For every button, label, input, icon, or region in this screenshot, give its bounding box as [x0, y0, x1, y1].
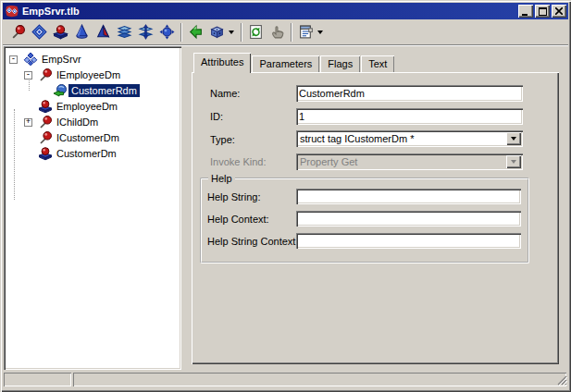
invoke-kind-label: Invoke Kind: [210, 156, 267, 167]
view-notes-icon[interactable] [295, 22, 317, 43]
name-input[interactable] [296, 85, 523, 102]
minimize-button[interactable] [518, 5, 533, 18]
tab-strip: AttributesParametersFlagsText [193, 53, 395, 73]
tree-item-customerrdm[interactable]: CustomerRdm [68, 84, 140, 97]
status-bar [3, 371, 568, 387]
id-label: ID: [210, 111, 223, 122]
tree-collapse-icon[interactable]: - [9, 55, 18, 64]
cube-icon[interactable] [206, 22, 228, 43]
module-layers-icon[interactable] [114, 22, 135, 43]
library-diamonds-icon [23, 52, 38, 67]
enum-cone-icon[interactable] [71, 22, 93, 43]
help-group-title: Help [208, 173, 235, 184]
tree-item-employeedm[interactable]: EmployeeDm [54, 100, 120, 113]
refresh-icon[interactable] [245, 22, 267, 43]
tree-expand-icon[interactable]: + [24, 118, 32, 127]
help-context-label: Help Context: [207, 214, 269, 225]
tree-item-icustomerdm[interactable]: ICustomerDm [54, 131, 122, 144]
tlb-app-icon [5, 4, 19, 18]
close-button[interactable] [552, 5, 566, 18]
tree-item-iemployeedm[interactable]: IEmployeeDm [54, 68, 123, 81]
help-string-input[interactable] [296, 189, 521, 204]
property-get-icon [53, 83, 68, 98]
chevron-down-icon [511, 160, 516, 164]
coclass-ball-icon[interactable] [50, 22, 71, 43]
app-window: EmpSrvr.tlb -EmpSrvr-IEmployeeDmCustomer… [0, 0, 571, 392]
type-combobox-value: struct tag ICustomerDm * [296, 133, 506, 144]
window-title: EmpSrvr.tlb [22, 6, 516, 17]
toolbar-separator [241, 23, 242, 42]
chevron-down-icon[interactable] [317, 31, 323, 34]
maximize-button[interactable] [535, 5, 550, 18]
interface-pin-icon [38, 115, 53, 129]
invoke-kind-combobox: Property Get [296, 153, 523, 170]
interface-pin-icon [38, 67, 53, 82]
tree-item-empsrvr[interactable]: EmpSrvr [39, 53, 84, 66]
hand-icon [267, 22, 288, 43]
interface-pin-icon[interactable] [7, 22, 29, 43]
status-panel-right [73, 373, 566, 386]
diamond-icon[interactable] [29, 22, 50, 43]
chevron-down-icon[interactable] [229, 31, 234, 34]
coclass-ball-icon [38, 99, 53, 114]
tree-item-ichilddm[interactable]: IChildDm [54, 116, 101, 129]
help-string-context-label: Help String Context: [207, 236, 298, 247]
tab-attributes[interactable]: Attributes [193, 53, 251, 73]
go-arrow-icon[interactable] [185, 22, 206, 43]
id-input[interactable] [296, 108, 523, 125]
type-combobox[interactable]: struct tag ICustomerDm * [296, 130, 523, 147]
help-string-context-input[interactable] [296, 233, 521, 249]
title-bar[interactable]: EmpSrvr.tlb [3, 3, 568, 19]
tab-flags[interactable]: Flags [320, 55, 360, 73]
type-label: Type: [210, 134, 235, 145]
resize-grip[interactable] [556, 374, 567, 386]
toolbar-separator [180, 23, 182, 42]
help-string-label: Help String: [207, 191, 260, 202]
tab-parameters[interactable]: Parameters [252, 55, 319, 73]
name-label: Name: [210, 88, 240, 99]
invoke-kind-dropdown-button [506, 155, 521, 168]
invoke-kind-combobox-value: Property Get [296, 156, 506, 167]
record-pyramid-icon[interactable] [93, 22, 114, 43]
type-tree[interactable]: -EmpSrvr-IEmployeeDmCustomerRdmEmployeeD… [4, 46, 181, 370]
chevron-down-icon [511, 137, 516, 141]
tab-text[interactable]: Text [361, 55, 394, 73]
interface-pin-icon [38, 130, 53, 145]
tree-item-customerdm[interactable]: CustomerDm [54, 147, 119, 160]
tree-guide-line [29, 78, 30, 91]
help-context-input[interactable] [296, 211, 521, 227]
union-layers-arrow-icon[interactable] [135, 22, 156, 43]
toolbar [3, 19, 568, 45]
tree-guide-line [14, 109, 15, 200]
status-panel-left [4, 373, 71, 386]
library-sphere-icon[interactable] [156, 22, 178, 43]
tree-collapse-icon[interactable]: - [24, 71, 32, 80]
coclass-ball-icon [38, 146, 53, 161]
toolbar-separator [291, 23, 292, 42]
type-dropdown-button[interactable] [506, 132, 521, 145]
